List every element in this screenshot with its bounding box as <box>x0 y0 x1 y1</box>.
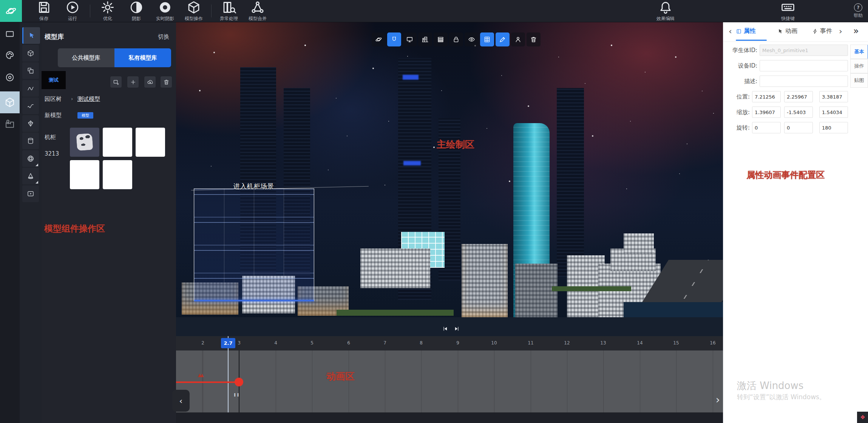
viewport-3d[interactable]: 进入机柜场景 主绘制区 <box>176 22 723 336</box>
sphere-icon <box>27 155 34 162</box>
chevron-left-icon[interactable] <box>729 26 732 36</box>
viewport-tool-person[interactable] <box>511 32 525 46</box>
tool-polyline[interactable] <box>22 80 39 97</box>
model-thumbnail-selected[interactable] <box>70 128 99 157</box>
position-z-field[interactable] <box>819 91 848 102</box>
chevron-right-icon[interactable] <box>71 96 73 102</box>
help-button[interactable]: 帮助 <box>854 0 863 22</box>
tool-curve[interactable] <box>22 97 39 114</box>
tab-animation[interactable]: 动画 <box>777 27 797 35</box>
tool-prism[interactable] <box>22 115 39 132</box>
chevron-right-icon[interactable] <box>839 26 842 36</box>
viewport-tool-floors[interactable] <box>480 32 494 46</box>
description-field[interactable] <box>760 76 848 87</box>
viewport-tool-move[interactable] <box>387 32 401 46</box>
viewport-tool-lock[interactable] <box>449 32 463 46</box>
position-label: 位置: <box>723 93 752 100</box>
selection-label[interactable]: 进入机柜场景 <box>194 182 314 191</box>
tool-group[interactable] <box>22 62 39 79</box>
factory-icon <box>5 119 15 129</box>
timeline-tick: 15 <box>673 340 679 346</box>
model-thumbnail[interactable] <box>103 160 132 189</box>
effect-edit-button[interactable]: 效果编辑 <box>609 0 722 22</box>
timeline-ruler[interactable]: 2 3 4 5 6 7 8 9 10 11 12 13 14 15 16 2.7 <box>176 336 723 351</box>
tab-public-library[interactable]: 公共模型库 <box>58 48 114 67</box>
model-merge-button[interactable]: 模型合并 <box>243 0 272 22</box>
timeline-tick: 6 <box>347 340 350 346</box>
viewport-tool-layers[interactable] <box>434 32 448 46</box>
rotation-x-field[interactable] <box>752 122 781 133</box>
viewport-tool-visibility[interactable] <box>465 32 479 46</box>
viewport-toolbar <box>372 32 541 46</box>
scale-y-field[interactable] <box>784 107 813 118</box>
model-preview-shape <box>76 133 93 151</box>
tool-sphere[interactable] <box>22 150 39 167</box>
scale-z-field[interactable] <box>819 107 848 118</box>
bell-icon <box>609 0 722 15</box>
timeline-expand-button[interactable] <box>716 394 720 406</box>
tree-item-link[interactable]: 测试模型 <box>77 96 100 103</box>
timeline-tick: 11 <box>528 340 533 346</box>
viewport-tool-brush[interactable] <box>496 32 510 46</box>
exception-handling-label: 异常处理 <box>220 15 238 22</box>
skip-start-icon[interactable] <box>442 326 448 332</box>
playhead-badge[interactable]: 2.7 <box>221 338 235 348</box>
collapse-panel-icon[interactable] <box>853 26 859 36</box>
delete-button[interactable] <box>161 76 172 88</box>
person-icon <box>514 36 522 43</box>
corner-logo[interactable] <box>857 412 868 423</box>
tab-properties[interactable]: 属性 <box>736 27 756 35</box>
trash-icon <box>163 79 170 85</box>
sidebar-item-model-library[interactable] <box>0 91 20 113</box>
viewport-tool-building[interactable] <box>418 32 432 46</box>
side-tab-texture[interactable]: 贴图 <box>850 73 868 88</box>
rotation-z-field[interactable] <box>819 122 848 133</box>
device-id-field[interactable] <box>760 60 848 71</box>
scale-x-field[interactable] <box>752 107 781 118</box>
side-tab-operation[interactable]: 操作 <box>850 59 868 73</box>
model-thumbnail[interactable] <box>70 160 99 189</box>
position-y-field[interactable] <box>784 91 813 102</box>
tool-box[interactable] <box>22 45 39 62</box>
upload-button[interactable] <box>144 76 156 88</box>
tool-media[interactable] <box>22 185 39 202</box>
tab-events[interactable]: 事件 <box>812 27 832 35</box>
tab-private-library[interactable]: 私有模型库 <box>114 48 171 67</box>
cube-icon <box>27 49 34 57</box>
keyframe-marker-icon[interactable] <box>198 372 202 378</box>
selection-wireframe-box[interactable] <box>194 188 314 301</box>
shortcuts-button[interactable]: 快捷键 <box>731 0 845 22</box>
timeline-track[interactable] <box>176 350 723 412</box>
position-x-field[interactable] <box>752 91 781 102</box>
timeline-collapse-button[interactable] <box>172 390 190 412</box>
group-boxes-icon <box>27 67 34 74</box>
viewport-tool-orbit[interactable] <box>372 32 386 46</box>
video-icon <box>27 190 34 198</box>
tower-blue-sign <box>403 75 419 80</box>
brush-icon <box>499 36 506 43</box>
switch-button[interactable]: 切换 <box>158 33 169 40</box>
model-thumbnail[interactable] <box>136 128 165 157</box>
sidebar-item-factory[interactable] <box>0 115 20 133</box>
skip-end-icon[interactable] <box>454 326 460 332</box>
model-thumbnail[interactable] <box>103 128 132 157</box>
tool-select[interactable] <box>22 27 40 44</box>
keyframe-dot[interactable] <box>235 378 243 386</box>
sidebar-item-screen[interactable] <box>0 25 20 43</box>
prism-icon <box>27 120 34 127</box>
tool-cylinder[interactable] <box>22 133 39 149</box>
cursor-icon <box>777 28 783 34</box>
rotation-y-field[interactable] <box>784 122 813 133</box>
sidebar-item-disc[interactable] <box>0 68 20 86</box>
tool-cone[interactable] <box>22 168 39 184</box>
viewport-tool-monitor[interactable] <box>403 32 417 46</box>
model-select[interactable]: 测试 <box>42 71 66 89</box>
viewport-tool-delete[interactable] <box>527 32 541 46</box>
new-model-label: 新模型 <box>45 112 62 119</box>
add-button[interactable] <box>127 76 139 88</box>
twin-id-field[interactable] <box>760 45 848 56</box>
side-tab-basic[interactable]: 基本 <box>850 45 868 59</box>
sidebar-item-palette[interactable] <box>0 46 20 64</box>
window-add-button[interactable] <box>110 76 122 88</box>
new-model-tag[interactable]: 模型 <box>77 112 93 119</box>
